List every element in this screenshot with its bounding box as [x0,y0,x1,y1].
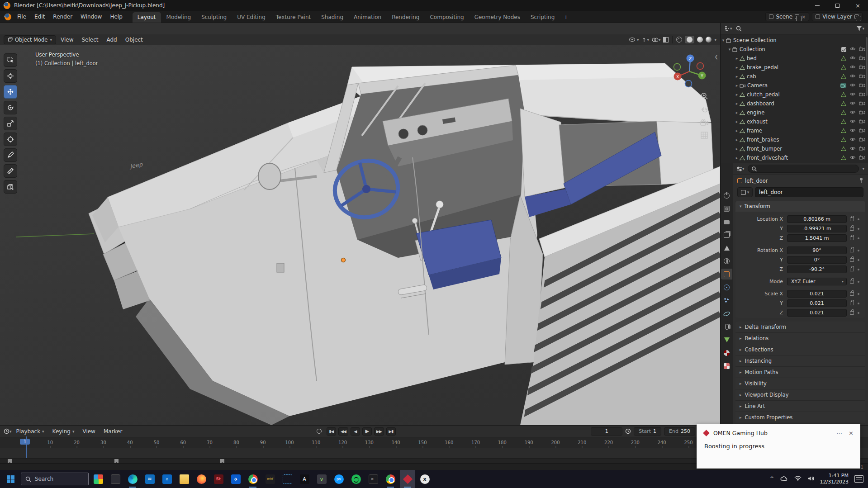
taskbar-omen-icon[interactable] [400,470,415,488]
transform-value-field[interactable]: 0.021▾ [787,309,847,317]
tab-constraints[interactable] [721,321,732,332]
tray-wifi-icon[interactable] [794,476,802,483]
lock-icon[interactable] [850,258,854,262]
timeline-menu[interactable]: View▾ [79,427,99,436]
collapsed-section-header[interactable]: ▸ Instancing [735,355,865,367]
add-workspace-button[interactable]: + [560,12,572,23]
animate-property-dot[interactable] [858,269,859,270]
playhead-frame-badge[interactable]: 1 [20,439,30,445]
collapsed-section-header[interactable]: ▸ Collections [735,344,865,355]
menubar-menu[interactable]: Window [77,12,105,21]
tab-material[interactable] [721,347,732,358]
tab-modifiers[interactable] [721,282,732,293]
tray-expand-chevron-icon[interactable]: ^ [770,476,774,482]
outliner-object-row[interactable]: ▸ exhaust [721,117,868,126]
play-reverse-button[interactable]: ◀ [351,427,360,436]
lock-icon[interactable] [850,280,854,284]
expand-arrow-icon[interactable]: ▸ [734,74,740,79]
outliner-object-row[interactable]: ▸ frame [721,126,868,135]
tab-texture[interactable] [721,360,732,371]
viewport-menu[interactable]: Select [78,35,102,44]
disable-render-toggle[interactable] [859,155,865,161]
transform-value-field[interactable]: 90°▾ [787,246,847,254]
hide-viewport-toggle[interactable] [849,137,856,143]
outliner-object-row[interactable]: ▸ clutch_pedal [721,90,868,99]
expand-arrow-icon[interactable]: ▸ [734,56,740,61]
outliner-object-row[interactable]: ▸ front_driveshaft [721,153,868,162]
tab-output[interactable] [721,216,732,227]
unlink-scene-icon[interactable]: × [802,14,806,20]
disable-render-toggle[interactable] [859,82,865,89]
tab-particles[interactable] [721,295,732,306]
properties-search-input[interactable] [748,165,859,173]
tab-object[interactable] [721,269,732,280]
notification-close-button[interactable]: × [849,430,854,436]
rotate-tool[interactable] [4,101,17,114]
workspace-tab[interactable]: Sculpting [196,12,232,23]
collapsed-section-header[interactable]: ▸ Viewport Display [735,389,865,401]
menubar-menu[interactable]: Help [106,12,126,21]
transform-value-field[interactable]: 0.021▾ [787,290,847,298]
properties-editor-type-dropdown[interactable]: ▾ [736,166,745,171]
viewport-menu[interactable]: Add [103,35,121,44]
hide-viewport-toggle[interactable] [849,64,856,71]
expand-arrow-icon[interactable]: ▸ [734,147,740,151]
expand-arrow-icon[interactable]: ▸ [734,83,740,88]
camera-view-button[interactable] [700,119,708,127]
object-data-icon[interactable] [841,137,846,142]
workspace-tab[interactable]: Shading [316,12,348,23]
object-data-icon[interactable] [841,110,846,115]
show-object-types-dropdown[interactable]: ▾ [629,37,639,43]
outliner-object-row[interactable]: ▸ front_bumper [721,144,868,153]
menubar-menu[interactable]: Edit [31,12,48,21]
add-cube-tool[interactable] [4,180,17,194]
object-data-icon[interactable] [841,74,846,79]
animate-property-dot[interactable] [858,237,859,239]
hide-viewport-toggle[interactable] [849,73,856,80]
viewport-menu[interactable]: View [57,35,77,44]
new-scene-icon[interactable] [795,14,799,19]
tab-physics[interactable] [721,308,732,319]
previous-keyframe-button[interactable]: ◀◀ [338,427,348,436]
taskbar-snip-icon[interactable] [280,470,295,488]
workspace-tab[interactable]: Scripting [526,12,560,23]
shading-material-button[interactable] [697,37,703,43]
close-button[interactable]: × [848,0,868,11]
lock-icon[interactable] [850,292,854,296]
tray-volume-icon[interactable] [807,476,814,483]
workspace-tab[interactable]: Animation [349,12,386,23]
transform-value-field[interactable]: XYZ Euler▾ [787,278,847,285]
current-frame-field[interactable]: 1 [591,427,622,436]
object-data-icon[interactable] [841,156,846,160]
lock-icon[interactable] [850,218,854,221]
timeline-menu[interactable]: Playback▾ [13,427,48,436]
disable-render-toggle[interactable] [859,64,865,71]
collapsed-section-header[interactable]: ▸ Relations [735,333,865,344]
hide-viewport-toggle[interactable] [849,155,856,161]
transform-value-field[interactable]: 0.80166 m▾ [787,215,847,223]
collection-checkbox[interactable] [841,47,846,52]
taskbar-chrome2-icon[interactable] [383,470,398,488]
outliner-filter-icon[interactable]: ▾ [856,26,864,31]
timeline-menu[interactable]: Keying▾ [49,427,78,436]
taskbar-search-input[interactable]: Search [21,473,89,485]
play-button[interactable]: ▶ [362,427,372,436]
taskbar-clock[interactable]: 1:41 PM 12/31/2023 [820,473,849,485]
animate-property-dot[interactable] [858,259,859,261]
auto-keying-toggle[interactable] [317,429,322,434]
object-data-icon[interactable] [840,83,846,88]
transform-panel-header[interactable]: ▾ Transform [735,201,865,212]
hide-viewport-toggle[interactable] [849,46,856,52]
hide-viewport-toggle[interactable] [849,82,856,89]
app-menu-icon[interactable] [3,14,13,20]
outliner-scrollbar[interactable] [866,37,868,96]
breadcrumb-object-name[interactable]: left_door [745,178,768,184]
disable-render-toggle[interactable] [859,118,865,125]
taskbar-video-icon[interactable]: v [314,470,329,488]
workspace-tab[interactable]: Modeling [161,12,196,23]
outliner-object-row[interactable]: ▸ dashboard [721,99,868,108]
menubar-menu[interactable]: File [14,12,30,21]
collapsed-section-header[interactable]: ▸ Delta Transform [735,322,865,333]
hide-viewport-toggle[interactable] [849,146,856,152]
transform-tool[interactable] [4,133,17,146]
